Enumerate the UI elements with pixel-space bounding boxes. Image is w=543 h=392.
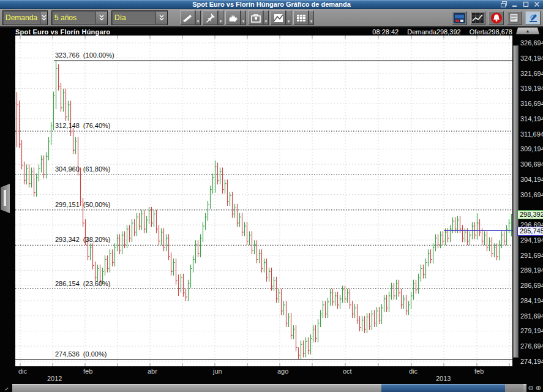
resize-icon[interactable]: ↔ bbox=[0, 384, 12, 392]
x-axis-month-label: feb bbox=[474, 368, 484, 375]
price-plot[interactable]: 323,766 (100.00%)312,148 (76,40%)304,960… bbox=[15, 36, 512, 366]
annotate-dropdown-arrow[interactable]: ▼ bbox=[241, 10, 246, 25]
chart-title: Spot Euro vs Florín Húngaro bbox=[15, 28, 110, 36]
x-axis-month-label: ago bbox=[277, 368, 288, 375]
y-axis-tick-label: 321,694 bbox=[520, 70, 543, 77]
bid-price-badge: 298,392 bbox=[517, 210, 543, 219]
time-axis: dicfebabrjunagooctdicfeb20122013 bbox=[0, 366, 543, 384]
y-axis-tick-label: 294,194 bbox=[520, 236, 543, 244]
news-icon[interactable] bbox=[507, 11, 522, 25]
window-titlebar: Spot Euro vs Florín Húngaro Gráfico de d… bbox=[0, 0, 543, 9]
y-axis-tick-label: 274,194 bbox=[520, 358, 543, 365]
grid-dropdown-arrow[interactable]: ▼ bbox=[309, 10, 314, 25]
pushpin-dropdown-arrow[interactable]: ▼ bbox=[218, 10, 223, 25]
collapse-header-button[interactable]: ▲ bbox=[516, 28, 539, 34]
restore-icon[interactable] bbox=[500, 1, 508, 8]
window-title: Spot Euro vs Florín Húngaro Gráfico de d… bbox=[192, 0, 351, 9]
y-axis-tick-label: 304,194 bbox=[520, 176, 543, 183]
svg-text:323,766 (100.00%): 323,766 (100.00%) bbox=[55, 51, 114, 59]
svg-text:286,154 (23,60%): 286,154 (23,60%) bbox=[55, 280, 111, 287]
interval-value: Día bbox=[112, 12, 129, 24]
period-dropdown[interactable]: 5 años bbox=[51, 10, 108, 25]
x-axis-month-label: jun bbox=[213, 368, 222, 375]
toolbar: Demanda 5 años Día ▼ ▼ bbox=[0, 9, 543, 28]
price-axis[interactable]: 298,392 295,745 326,694324,194321,694319… bbox=[512, 36, 543, 366]
svg-text:274,536 (0.00%): 274,536 (0.00%) bbox=[55, 350, 107, 358]
zoom-controls: ⊖ ⊕ bbox=[526, 384, 543, 392]
y-axis-tick-label: 281,694 bbox=[520, 312, 543, 320]
ask-quote: Oferta298,678 bbox=[470, 28, 512, 36]
chevron-down-icon[interactable] bbox=[95, 12, 107, 24]
chart-panel: Spot Euro vs Florín Húngaro 08:28:42 Dem… bbox=[0, 28, 543, 392]
annotate-hand-icon[interactable] bbox=[225, 10, 241, 25]
quote-strip: 08:28:42 Demanda298,392 Oferta298,678 bbox=[372, 28, 512, 36]
zoom-in-icon[interactable]: ⊕ bbox=[536, 384, 541, 392]
quote-side-dropdown[interactable]: Demanda bbox=[2, 10, 48, 25]
y-axis-tick-label: 309,194 bbox=[520, 145, 543, 153]
y-axis-tick-label: 286,694 bbox=[520, 282, 543, 289]
y-axis-tick-label: 279,194 bbox=[520, 327, 543, 334]
y-axis-tick-label: 311,694 bbox=[520, 130, 543, 138]
grid-icon[interactable] bbox=[293, 10, 309, 25]
svg-text:304,960 (61,80%): 304,960 (61,80%) bbox=[55, 165, 111, 173]
trendline-dropdown-arrow[interactable]: ▼ bbox=[195, 10, 201, 25]
minimize-icon[interactable] bbox=[511, 1, 519, 8]
y-axis-tick-label: 324,194 bbox=[520, 55, 543, 62]
scrollbar-end-button[interactable] bbox=[505, 384, 523, 392]
horizontal-scrollbar: ↔ ⊖ ⊕ bbox=[0, 384, 543, 392]
price-axis-slider[interactable] bbox=[513, 45, 519, 358]
y-axis-tick-label: 276,694 bbox=[520, 342, 543, 350]
x-axis-month-label: dic bbox=[18, 368, 27, 375]
y-axis-tick-label: 316,694 bbox=[520, 100, 543, 107]
y-axis-tick-label: 291,694 bbox=[520, 252, 543, 259]
x-axis-month-label: feb bbox=[83, 368, 92, 375]
y-axis-tick-label: 284,194 bbox=[520, 297, 543, 304]
drawing-tools: ▼ ▼ ▼ ▼ ▼ bbox=[180, 10, 314, 25]
svg-text:312,148 (76,40%): 312,148 (76,40%) bbox=[55, 122, 111, 129]
x-axis-year-label: 2012 bbox=[47, 375, 62, 382]
workspace-icon[interactable] bbox=[452, 11, 467, 25]
toolbar-right-icons bbox=[452, 11, 541, 25]
quote-time: 08:28:42 bbox=[372, 28, 399, 36]
side-panel-handle[interactable] bbox=[1, 184, 10, 213]
last-price-badge: 295,745 bbox=[517, 227, 543, 236]
x-axis-month-label: oct bbox=[343, 368, 352, 375]
y-axis-tick-label: 306,694 bbox=[520, 160, 543, 168]
window-controls bbox=[500, 1, 541, 8]
zoom-out-icon[interactable]: ⊖ bbox=[528, 384, 534, 392]
svg-text:293,342 (38,20%): 293,342 (38,20%) bbox=[55, 236, 111, 243]
alerts-bell-icon[interactable] bbox=[489, 11, 504, 25]
scrollbar-track[interactable] bbox=[12, 384, 526, 392]
x-axis-month-label: abr bbox=[148, 368, 157, 375]
trendline-icon[interactable] bbox=[180, 10, 195, 25]
toolbox-icon[interactable] bbox=[248, 10, 263, 25]
chart-style-dropdown-arrow[interactable]: ▼ bbox=[286, 10, 291, 25]
quote-side-value: Demanda bbox=[3, 12, 40, 24]
toolbox-dropdown-arrow[interactable]: ▼ bbox=[263, 10, 269, 25]
x-axis-year-label: 2013 bbox=[436, 375, 451, 382]
interval-dropdown[interactable]: Día bbox=[111, 10, 168, 25]
y-axis-tick-label: 314,194 bbox=[520, 115, 543, 123]
close-icon[interactable] bbox=[533, 1, 541, 8]
svg-text:299,151 (50,00%): 299,151 (50,00%) bbox=[55, 201, 111, 208]
pushpin-icon[interactable] bbox=[203, 10, 218, 25]
maximize-icon[interactable] bbox=[522, 1, 530, 8]
candlestick-chart[interactable]: 323,766 (100.00%)312,148 (76,40%)304,960… bbox=[15, 36, 512, 366]
chevron-down-icon[interactable] bbox=[155, 12, 167, 24]
analysis-icon[interactable] bbox=[525, 11, 541, 25]
chart-style-icon[interactable] bbox=[271, 10, 286, 25]
period-value: 5 años bbox=[52, 12, 79, 24]
y-axis-tick-label: 319,194 bbox=[520, 85, 543, 92]
scrollbar-thumb[interactable] bbox=[381, 384, 505, 392]
y-axis-tick-label: 289,194 bbox=[520, 266, 543, 274]
x-axis-month-label: dic bbox=[409, 368, 418, 375]
y-axis-tick-label: 326,694 bbox=[520, 39, 543, 47]
chevron-down-icon[interactable] bbox=[40, 12, 47, 24]
y-axis-tick-label: 301,694 bbox=[520, 191, 543, 198]
chart-window-icon[interactable] bbox=[470, 11, 485, 25]
chart-header: Spot Euro vs Florín Húngaro 08:28:42 Dem… bbox=[0, 28, 543, 36]
bid-quote: Demanda298,392 bbox=[407, 28, 460, 36]
